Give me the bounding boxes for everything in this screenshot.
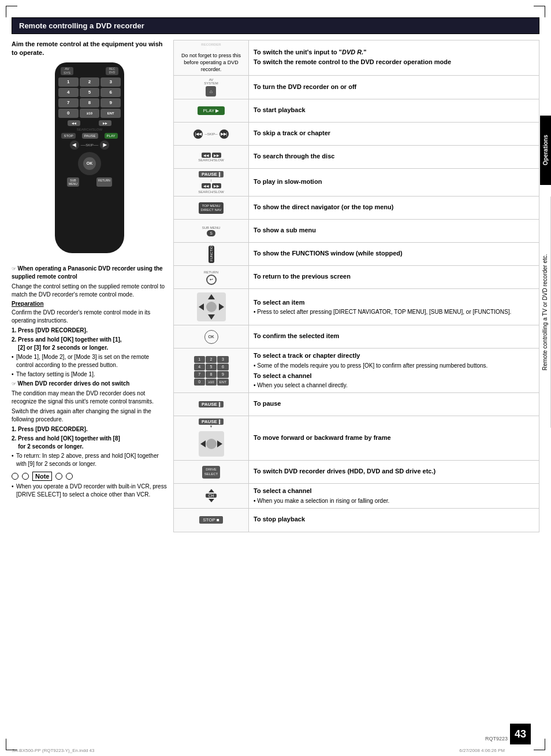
step-1: 1. Press [DVD RECORDER]. bbox=[12, 327, 167, 335]
table-row: TOP MENUDIRECT NAV To show the direct na… bbox=[174, 197, 539, 220]
table-row: PAUSE ‖ ↕ ◀◀ ▶▶ SEARCH/SLOW To play in s… bbox=[174, 169, 539, 197]
table-text-return: To return to the previous screen bbox=[249, 266, 539, 288]
table-row: |◀◀ ─SKIP─ ▶▶| To skip a track or chapte… bbox=[174, 123, 539, 146]
when-not-switch-header: ☞ When DVD recorder drives do not switch bbox=[12, 380, 167, 388]
table-icon-stop: STOP ■ bbox=[174, 509, 249, 532]
drive-select-icon: DRIVESELECT bbox=[202, 466, 220, 479]
table-text-dpad: To select an item • Press to select afte… bbox=[249, 289, 539, 325]
remote-search-btn[interactable]: ◀◀ bbox=[68, 120, 80, 126]
table-row: FUNCTIONS To show the FUNCTIONS window (… bbox=[174, 243, 539, 266]
av-system-icon: AV SYSTEM ⌂ bbox=[204, 78, 218, 97]
note-bullet: When you operate a DVD recorder with bui… bbox=[12, 483, 167, 499]
remote-dpad[interactable]: OK bbox=[78, 152, 101, 175]
remote-ok-area: OK bbox=[58, 152, 121, 175]
remote-enter-btn[interactable]: ENT bbox=[100, 109, 121, 118]
remote-num-2[interactable]: 2 bbox=[80, 77, 100, 87]
right-column-table: RECORDER DVD Do not forget to press this… bbox=[173, 40, 539, 532]
step-2: 2. Press and hold [OK] together with [1]… bbox=[12, 336, 167, 352]
remote-image: AVSYS RECDVD 1 2 3 4 5 6 7 8 9 0 bbox=[43, 62, 136, 259]
table-row: DRIVESELECT To switch DVD recorder drive… bbox=[174, 461, 539, 484]
table-icon-pause: PAUSE ‖ bbox=[174, 393, 249, 416]
change-control-text: Change the control setting on the suppli… bbox=[12, 283, 167, 299]
table-icon-sub-menu: SUB MENU S bbox=[174, 220, 249, 242]
slow-motion-icon: PAUSE ‖ ↕ ◀◀ ▶▶ SEARCH/SLOW bbox=[198, 171, 224, 194]
table-text-recorder-dvd: To switch the unit's input to "DVD R." T… bbox=[249, 40, 539, 75]
table-icon-numgrid: 1 2 3 4 5 6 7 8 9 0 ≥10 ENT bbox=[174, 349, 249, 392]
section-title: Remote controlling a DVD recorder bbox=[19, 21, 144, 30]
left-column: Aim the remote control at the equipment … bbox=[12, 40, 173, 532]
remote-num-7[interactable]: 7 bbox=[58, 98, 79, 108]
remote-skip-back[interactable]: ◀| bbox=[70, 140, 79, 150]
remote-return-btn[interactable]: RETURN bbox=[96, 177, 112, 187]
table-text-pause: To pause bbox=[249, 393, 539, 416]
note-circle-4 bbox=[66, 473, 73, 480]
note-circle-2 bbox=[22, 473, 29, 480]
remote-misc-row: SUBMENU RETURN bbox=[58, 177, 121, 187]
return-icon: RETURN ↩ bbox=[204, 270, 218, 285]
search-icon: ◀◀ ▶▶ bbox=[202, 153, 221, 158]
table-text-functions: To show the FUNCTIONS window (while stop… bbox=[249, 243, 539, 265]
table-text-skip: To skip a track or chapter bbox=[249, 123, 539, 145]
when-operating-header: ☞ When operating a Panasonic DVD recorde… bbox=[12, 265, 167, 281]
main-side-label: Remote controlling a TV or DVD recorder … bbox=[539, 197, 551, 428]
table-text-frame: To move forward or backward frame by fra… bbox=[249, 416, 539, 460]
table-row: AV SYSTEM ⌂ To turn the DVD recorder on … bbox=[174, 76, 539, 99]
corner-mark-tl bbox=[6, 6, 17, 17]
remote-search-row: ◀◀ ▶▶ bbox=[58, 120, 121, 126]
remote-av-system-btn[interactable]: AVSYS bbox=[61, 67, 73, 75]
table-icon-ch: CH bbox=[174, 484, 249, 507]
corner-mark-br bbox=[534, 739, 545, 750]
dpad-icon bbox=[197, 292, 226, 321]
table-row: SUB MENU S To show a sub menu bbox=[174, 220, 539, 243]
remote-slow-btn[interactable]: ▶▶ bbox=[99, 120, 111, 126]
remote-recorder-dvd-btn[interactable]: RECDVD bbox=[106, 67, 118, 75]
remote-submenu-btn[interactable]: SUBMENU bbox=[67, 177, 79, 187]
remote-top-buttons: AVSYS RECDVD bbox=[58, 67, 121, 75]
remote-num-5[interactable]: 5 bbox=[80, 88, 100, 97]
note-circle-1 bbox=[12, 473, 18, 480]
skip-icon: |◀◀ ─SKIP─ ▶▶| bbox=[193, 129, 228, 139]
sub-menu-icon: SUB MENU S bbox=[202, 225, 221, 236]
recorder-note: Do not forget to press this before opera… bbox=[176, 53, 246, 73]
table-text-numgrid: To select a track or chapter directly • … bbox=[249, 349, 539, 392]
note-circle-3 bbox=[55, 473, 62, 480]
num-grid-icon: 1 2 3 4 5 6 7 8 9 0 ≥10 ENT bbox=[194, 356, 229, 386]
step2-2: 2. Press and hold [OK] together with [8]… bbox=[12, 435, 167, 451]
table-row: PLAY ▶ To start playback bbox=[174, 99, 539, 123]
remote-number-grid: 1 2 3 4 5 6 7 8 9 0 ≥10 ENT bbox=[58, 77, 121, 118]
bullet-3: To return: In step 2 above, press and ho… bbox=[12, 452, 167, 468]
remote-pause-btn[interactable]: PAUSE bbox=[82, 133, 98, 139]
table-icon-play: PLAY ▶ bbox=[174, 99, 249, 122]
remote-play-btn[interactable]: PLAY bbox=[105, 133, 118, 139]
remote-num-4[interactable]: 4 bbox=[58, 88, 79, 97]
operations-side-tab: Operations bbox=[540, 116, 551, 185]
remote-num-6[interactable]: 6 bbox=[100, 88, 121, 97]
table-icon-functions: FUNCTIONS bbox=[174, 243, 249, 265]
table-row: RETURN ↩ To return to the previous scree… bbox=[174, 266, 539, 289]
remote-num-8[interactable]: 8 bbox=[80, 98, 100, 108]
page-number: 43 bbox=[510, 724, 531, 744]
confirm-text: Confirm the DVD recorder's remote contro… bbox=[12, 309, 167, 325]
table-icon-slow-motion: PAUSE ‖ ↕ ◀◀ ▶▶ SEARCH/SLOW bbox=[174, 169, 249, 196]
remote-ok-inner[interactable]: OK bbox=[83, 157, 96, 170]
date-info: 6/27/2008 4:06:26 PM bbox=[459, 748, 505, 753]
rqt-code: RQT9223 bbox=[485, 736, 508, 742]
bullet-1: [Mode 1], [Mode 2], or [Mode 3] is set o… bbox=[12, 353, 167, 369]
remote-num-9[interactable]: 9 bbox=[100, 98, 121, 108]
remote-num-1[interactable]: 1 bbox=[58, 77, 79, 87]
file-info: SA-BX500-PP (RQT9223-Y)_En.indd 43 bbox=[12, 748, 94, 753]
preparation-header: Preparation bbox=[12, 301, 167, 307]
table-row: PAUSE ‖ ▼ To move forward or backward fr… bbox=[174, 416, 539, 461]
remote-body: AVSYS RECDVD 1 2 3 4 5 6 7 8 9 0 bbox=[55, 62, 124, 253]
note-section: ☞ When operating a Panasonic DVD recorde… bbox=[12, 265, 167, 499]
stop-icon: STOP ■ bbox=[199, 516, 223, 524]
remote-num-0[interactable]: 0 bbox=[58, 109, 79, 118]
table-row: RECORDER DVD Do not forget to press this… bbox=[174, 40, 539, 76]
table-row: ◀◀ ▶▶ SEARCH/SLOW To search through the … bbox=[174, 146, 539, 169]
remote-num-3[interactable]: 3 bbox=[100, 77, 121, 87]
remote-stop-btn[interactable]: STOP bbox=[61, 133, 75, 139]
remote-num-10[interactable]: ≥10 bbox=[80, 109, 100, 118]
remote-skip-fwd[interactable]: |▶ bbox=[100, 140, 109, 150]
table-icon-frame: PAUSE ‖ ▼ bbox=[174, 416, 249, 460]
table-icon-search: ◀◀ ▶▶ SEARCH/SLOW bbox=[174, 146, 249, 168]
